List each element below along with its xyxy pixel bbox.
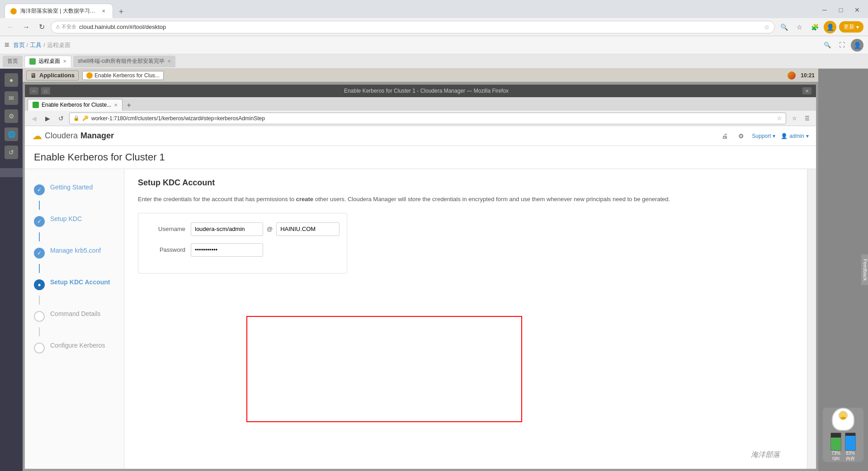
firefox-logo[interactable] — [786, 70, 797, 81]
wizard-step-command-details[interactable]: Command Details — [25, 305, 124, 327]
user-avatar[interactable]: 👤 — [851, 39, 863, 52]
ff-menu-btn[interactable]: ☰ — [802, 113, 812, 124]
ff-tab-close-button[interactable]: ✕ — [114, 103, 118, 108]
ff-bookmark-btn[interactable]: ☆ — [789, 113, 800, 124]
star-icon[interactable]: ☆ — [793, 21, 806, 33]
admin-button[interactable]: 👤 admin ▾ — [781, 133, 809, 139]
chrome-tab-active[interactable]: 海沣部落实验室 | 大数据学习云... ✕ — [5, 4, 113, 18]
profile-avatar[interactable]: 👤 — [824, 21, 836, 33]
ff-new-tab-button[interactable]: + — [123, 100, 134, 111]
sidebar-icon-5[interactable]: ↺ — [5, 146, 18, 159]
ff-address-bar[interactable]: 🔒 🔑 worker-1:7180/cmf/clusters/1/kerbero… — [69, 113, 786, 124]
ff-forward-button[interactable]: ▶ — [42, 113, 53, 124]
description-text: Enter the credentials for the account th… — [138, 195, 793, 204]
search-icon[interactable]: 🔍 — [822, 40, 833, 51]
back-button[interactable]: ← — [5, 21, 17, 33]
menu-hamburger-icon[interactable]: ≡ — [5, 40, 9, 50]
ff-close-controls: ✕ — [802, 87, 811, 94]
resource-display: 73% cpu 83% 内存 — [830, 433, 856, 462]
domain-input[interactable] — [276, 222, 340, 236]
inner-tab-home[interactable]: 首页 — [3, 56, 23, 67]
settings-icon[interactable]: ⚙ — [736, 131, 746, 141]
system-time: 10:21 — [801, 72, 815, 79]
sidebar-collapse-btn[interactable] — [0, 168, 23, 177]
fullscreen-icon[interactable]: ⛶ — [836, 40, 847, 51]
step-label-configure-kerberos: Configure Kerberos — [50, 342, 105, 349]
update-button[interactable]: 更新 ▾ — [839, 21, 863, 33]
inner-tab-shell[interactable]: shell终端-cdh所有组件全部安装完毕 ✕ — [73, 56, 175, 67]
step-circle-command-details — [34, 311, 45, 322]
print-icon[interactable]: 🖨 — [719, 131, 730, 141]
breadcrumb-tools[interactable]: 工具 — [30, 41, 42, 49]
support-label: Support — [752, 133, 771, 139]
firefox-title: Enable Kerberos for Cluster 1 - Cloudera… — [50, 88, 802, 94]
feedback-tab[interactable]: Feedback — [861, 254, 868, 285]
taskbar-firefox-btn[interactable]: Enable Kerberos for Clus... — [82, 71, 164, 80]
watermark-text: 海沣部落 — [751, 450, 780, 460]
minimize-button[interactable]: ─ — [818, 4, 831, 16]
ff-lock-icon: 🔒 — [73, 115, 80, 121]
ff-back-button[interactable]: ◀ — [28, 113, 39, 124]
address-bar[interactable]: ⚠ 不安全 cloud.hainiubl.com/#/tool/desktop … — [51, 21, 775, 33]
cm-header: ☁ Cloudera Manager 🖨 ⚙ Support ▾ — [25, 126, 816, 146]
close-button[interactable]: ✕ — [851, 4, 863, 16]
step-connector-4 — [39, 296, 40, 305]
inner-tab-home-label: 首页 — [7, 57, 18, 65]
ff-refresh-button[interactable]: ↺ — [56, 113, 66, 124]
tab-title: 海沣部落实验室 | 大数据学习云... — [20, 7, 96, 15]
ff-bookmark-icon[interactable]: ☆ — [777, 115, 782, 122]
cpu-label: cpu — [832, 456, 840, 461]
firefox-tabbar: Enable Kerberos for Cluste... ✕ + — [25, 97, 816, 111]
breadcrumb-sep2: / — [43, 42, 45, 48]
bookmark-icon[interactable]: ☆ — [764, 24, 770, 31]
search-icon[interactable]: 🔍 — [778, 21, 790, 33]
desktop-sidebar: ● ✉ ⚙ 🌐 ↺ — [0, 69, 23, 471]
wizard-step-manage-krb5[interactable]: ✓ Manage krb5.conf — [25, 241, 124, 264]
inner-tab-remote-desktop[interactable]: 远程桌面 ✕ — [24, 56, 71, 67]
support-chevron-icon: ▾ — [773, 133, 775, 139]
breadcrumb-home[interactable]: 首页 — [13, 41, 25, 49]
ff-close-button[interactable]: ✕ — [802, 87, 811, 94]
firefox-addressbar: ◀ ▶ ↺ 🔒 🔑 worker-1:7180/cmf/clusters/1/k… — [25, 111, 816, 126]
wizard-step-getting-started[interactable]: ✓ Getting Started — [25, 178, 124, 201]
description-text-after: other users. Cloudera Manager will store… — [313, 196, 670, 203]
ff-tab-active[interactable]: Enable Kerberos for Cluste... ✕ — [28, 99, 123, 111]
sidebar-icon-4[interactable]: 🌐 — [5, 127, 18, 141]
new-tab-button[interactable]: + — [115, 5, 127, 18]
memory-percent: 83% — [846, 451, 855, 456]
update-label: 更新 — [844, 23, 854, 31]
tab-close-button[interactable]: ✕ — [100, 8, 107, 15]
sidebar-icon-1[interactable]: ● — [5, 73, 18, 87]
step-circle-getting-started: ✓ — [34, 184, 45, 195]
restore-button[interactable]: □ — [835, 4, 847, 16]
window-controls: ─ □ ✕ — [818, 4, 863, 18]
password-input[interactable] — [191, 243, 263, 257]
forward-button[interactable]: → — [20, 21, 33, 33]
inner-tab-shell-close[interactable]: ✕ — [167, 59, 171, 64]
wizard-step-setup-kdc[interactable]: ✓ Setup KDC — [25, 210, 124, 232]
wizard-step-setup-kdc-account[interactable]: ● Setup KDC Account — [25, 273, 124, 296]
applications-menu[interactable]: 🖥 Applications — [26, 71, 79, 80]
extensions-icon[interactable]: 🧩 — [808, 21, 821, 33]
step-connector-2 — [39, 232, 40, 241]
cm-header-right: 🖨 ⚙ Support ▾ 👤 admin ▾ — [719, 131, 809, 141]
ff-minimize-button[interactable]: ─ — [29, 87, 38, 94]
chrome-toolbar: ← → ↻ ⚠ 不安全 cloud.hainiubl.com/#/tool/de… — [0, 18, 868, 36]
cm-main-layout: ✓ Getting Started ✓ Setup KDC — [25, 169, 816, 469]
page-title: Enable Kerberos for Cluster 1 — [34, 151, 807, 163]
support-button[interactable]: Support ▾ — [752, 133, 775, 139]
refresh-button[interactable]: ↻ — [35, 21, 48, 33]
applications-label: Applications — [39, 72, 75, 79]
username-input[interactable] — [191, 222, 263, 236]
chevron-down-icon: ▾ — [856, 24, 859, 30]
step-label-getting-started: Getting Started — [50, 184, 93, 191]
admin-label: admin — [789, 133, 804, 139]
cpu-percent: 73% — [831, 451, 840, 456]
inner-tab-remote-desktop-close[interactable]: ✕ — [63, 59, 66, 64]
sidebar-icon-3[interactable]: ⚙ — [5, 109, 18, 123]
page-title-bar: Enable Kerberos for Cluster 1 — [25, 146, 816, 169]
wizard-step-configure-kerberos[interactable]: Configure Kerberos — [25, 336, 124, 359]
cm-content: ☁ Cloudera Manager 🖨 ⚙ Support ▾ — [25, 126, 816, 469]
ff-maximize-button[interactable]: □ — [41, 87, 50, 94]
sidebar-icon-2[interactable]: ✉ — [5, 91, 18, 105]
